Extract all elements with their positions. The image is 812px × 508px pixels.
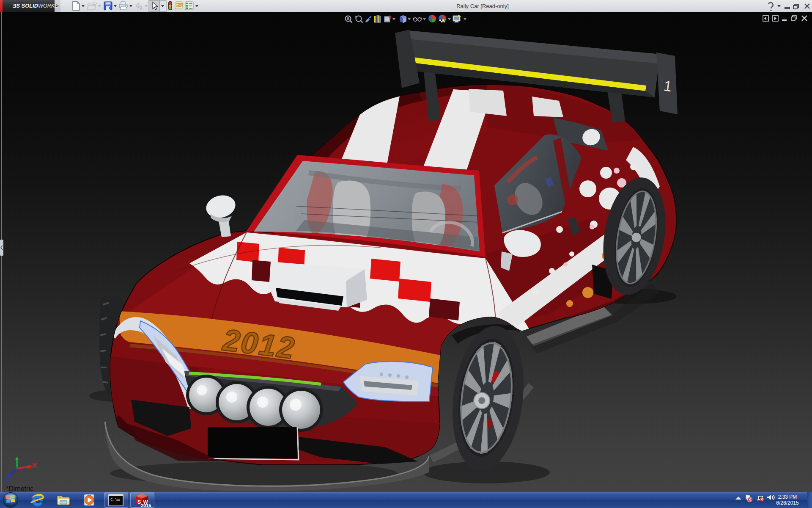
svg-text:C:\: C:\	[110, 498, 117, 502]
svg-text:S: S	[137, 499, 141, 505]
svg-text:2015: 2015	[141, 503, 151, 508]
